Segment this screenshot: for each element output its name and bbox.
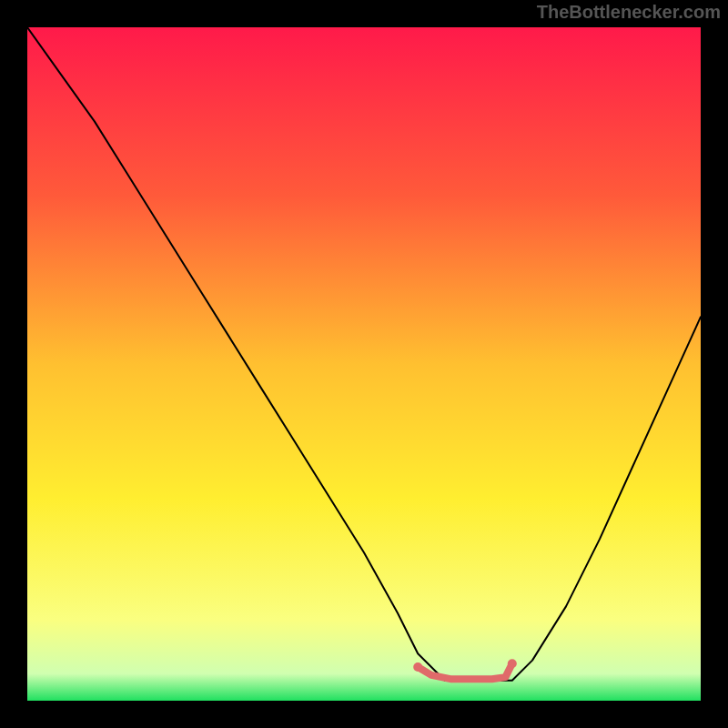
optimal-range-marker — [418, 663, 512, 679]
bottleneck-curve — [27, 27, 701, 681]
optimal-start-dot — [413, 662, 422, 672]
plot-area — [27, 27, 701, 701]
optimal-end-dot — [508, 659, 517, 668]
chart-curves — [27, 27, 701, 701]
watermark-text: TheBottlenecker.com — [537, 2, 721, 23]
